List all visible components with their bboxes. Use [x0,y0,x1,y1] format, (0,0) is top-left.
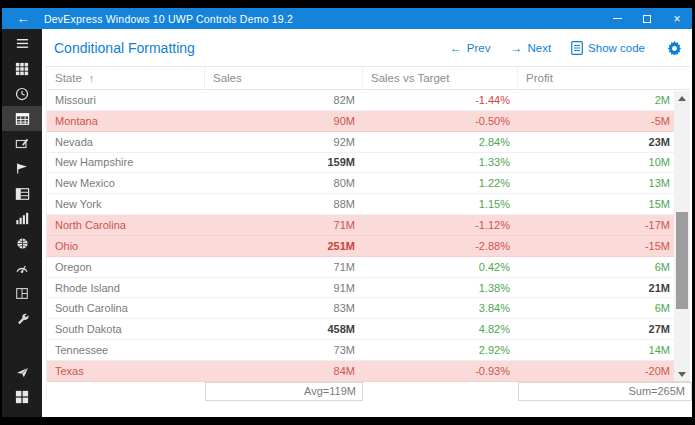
close-button[interactable]: × [662,8,692,29]
cell-sales: 80M [205,173,363,193]
table-row[interactable]: North Carolina 71M -1.12% -17M [47,215,690,236]
cell-sales: 159M [205,153,363,173]
settings-button[interactable] [667,40,682,55]
layout-icon [15,287,29,300]
show-code-button[interactable]: Show code [571,41,645,55]
cell-profit: 2M [518,90,690,110]
cell-profit: -15M [518,236,690,256]
sidebar-item-gauges[interactable] [2,256,42,281]
cell-profit: 15M [518,194,690,214]
cell-sales: 84M [205,361,363,381]
cell-sales: 83M [205,298,363,318]
cell-sales-vs-target: 2.84% [363,132,518,152]
sidebar-item-layout[interactable] [2,281,42,306]
editors-icon [15,137,30,151]
sidebar-item-utils[interactable] [2,306,42,331]
scrollbar-thumb[interactable] [676,212,688,309]
chevron-down-icon [678,372,686,377]
cell-sales-vs-target: -0.50% [363,111,518,131]
cell-sales-vs-target: 1.22% [363,173,518,193]
cell-sales-vs-target: 0.42% [363,257,518,277]
scroll-down-button[interactable] [674,367,690,381]
next-label: Next [527,42,551,54]
gauge-icon [15,262,29,275]
show-code-label: Show code [588,42,645,54]
flag-icon [15,162,29,175]
scrollbar-track[interactable] [674,105,690,367]
right-arrow-icon: → [510,41,522,55]
sort-ascending-icon: ↑ [89,72,95,84]
table-row[interactable]: Texas 84M -0.93% -20M [47,361,690,382]
bottom-spacer [42,400,692,417]
maximize-icon [643,15,651,23]
sidebar-item-data-grid[interactable] [2,106,42,131]
cell-profit: 13M [518,173,690,193]
column-header-state[interactable]: State ↑ [47,67,205,89]
cell-sales: 91M [205,278,363,298]
cell-sales: 71M [205,215,363,235]
sidebar-item-treelist[interactable] [2,181,42,206]
minimize-button[interactable] [602,8,632,29]
sidebar-item-reports[interactable] [2,156,42,181]
minimize-icon [613,18,622,19]
apps-grid-icon [15,62,29,76]
cell-state: South Carolina [47,298,205,318]
cell-state: South Dakota [47,319,205,339]
table-row[interactable]: South Carolina 83M 3.84% 6M [47,298,690,319]
cell-profit: 6M [518,298,690,318]
cell-sales-vs-target: 3.84% [363,298,518,318]
grid-footer-row: Avg=119M Sum=265M [47,382,690,401]
cell-sales-vs-target: -1.12% [363,215,518,235]
clock-icon [15,87,29,101]
sidebar [2,29,42,417]
maximize-button[interactable] [632,8,662,29]
code-document-icon [571,41,583,55]
cell-profit: 14M [518,340,690,360]
table-row[interactable]: South Dakota 458M 4.82% 27M [47,319,690,340]
column-header-sales-vs-target[interactable]: Sales vs Target [363,67,518,89]
back-button[interactable]: ← [2,8,44,29]
vertical-scrollbar[interactable] [674,91,690,381]
scroll-up-button[interactable] [674,91,690,105]
sidebar-item-tiles[interactable] [2,384,42,409]
next-button[interactable]: → Next [510,41,551,55]
table-row[interactable]: Montana 90M -0.50% -5M [47,111,690,132]
table-row[interactable]: New Hampshire 159M 1.33% 10M [47,153,690,174]
sidebar-item-menu[interactable] [2,31,42,56]
cell-sales-vs-target: 4.82% [363,319,518,339]
cell-state: New Hampshire [47,153,205,173]
cell-sales-vs-target: -2.88% [363,236,518,256]
chevron-up-icon [678,96,686,101]
cell-state: Nevada [47,132,205,152]
sidebar-item-editors[interactable] [2,131,42,156]
left-arrow-icon: ← [450,41,462,55]
cell-state: Texas [47,361,205,381]
table-row[interactable]: Missouri 82M -1.44% 2M [47,90,690,111]
table-row[interactable]: Tennessee 73M 2.92% 14M [47,340,690,361]
column-header-sales[interactable]: Sales [205,67,363,89]
wrench-icon [16,312,29,325]
sidebar-item-charts[interactable] [2,206,42,231]
cell-state: Montana [47,111,205,131]
table-row[interactable]: Ohio 251M -2.88% -15M [47,236,690,257]
footer-cell-profit-summary: Sum=265M [518,382,692,401]
table-row[interactable]: Oregon 71M 0.42% 6M [47,257,690,278]
sidebar-item-apps[interactable] [2,56,42,81]
sidebar-item-map[interactable] [2,231,42,256]
content-area: Conditional Formatting ← Prev → Next Sho… [42,29,692,417]
cell-sales-vs-target: -0.93% [363,361,518,381]
tiles-icon [15,390,29,404]
prev-button[interactable]: ← Prev [450,41,491,55]
data-grid: State ↑ Sales Sales vs Target Profit Mis… [46,66,690,400]
sidebar-item-recent[interactable] [2,81,42,106]
table-row[interactable]: Rhode Island 91M 1.38% 21M [47,278,690,299]
table-row[interactable]: New York 88M 1.15% 15M [47,194,690,215]
cell-state: Oregon [47,257,205,277]
sidebar-item-share[interactable] [2,359,42,384]
table-row[interactable]: Nevada 92M 2.84% 23M [47,132,690,153]
column-header-profit[interactable]: Profit [518,67,690,89]
column-header-label: Sales vs Target [371,72,449,84]
table-row[interactable]: New Mexico 80M 1.22% 13M [47,173,690,194]
cell-profit: 23M [518,132,690,152]
cell-sales: 90M [205,111,363,131]
